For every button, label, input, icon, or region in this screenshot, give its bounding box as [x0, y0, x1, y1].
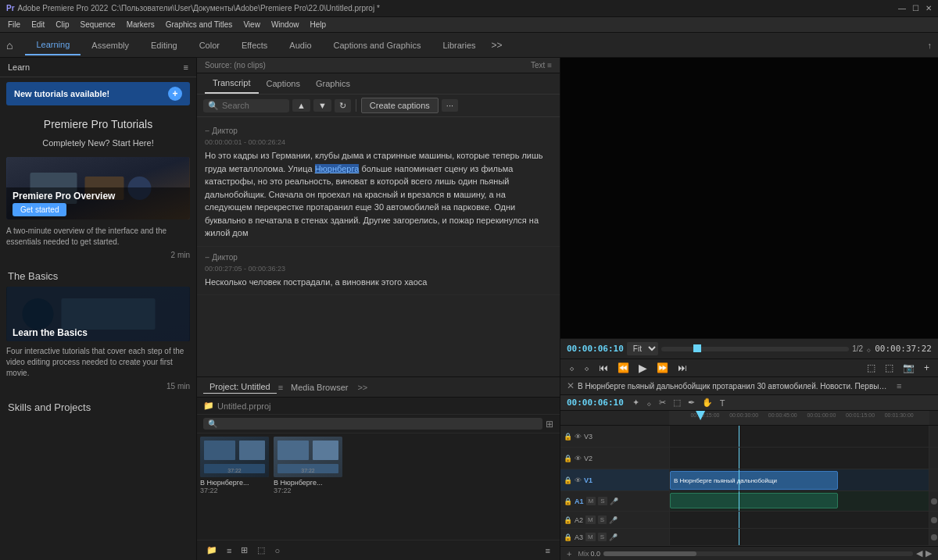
- text-tool[interactable]: T: [718, 397, 728, 408]
- tab-graphics[interactable]: Graphics: [308, 74, 358, 93]
- timeline-menu-icon[interactable]: ≡: [897, 381, 901, 391]
- workspace-more[interactable]: >>: [487, 40, 507, 51]
- tab-project[interactable]: Project: Untitled: [203, 380, 277, 394]
- search-box[interactable]: 🔍: [203, 99, 289, 112]
- window-controls[interactable]: — ☐ ✕: [898, 4, 932, 12]
- project-search-inner[interactable]: 🔍: [203, 418, 542, 430]
- menu-help[interactable]: Help: [305, 20, 331, 29]
- overview-card[interactable]: Premiere Pro Overview Get started: [6, 157, 190, 219]
- clip-item-1[interactable]: 37:22 В Нюрнберге... 37:22: [200, 437, 269, 496]
- eye-icon-v2[interactable]: 👁: [575, 455, 582, 462]
- camera-button[interactable]: 📷: [900, 362, 917, 374]
- sort-button[interactable]: ○: [271, 544, 283, 557]
- solo-button-a2[interactable]: S: [598, 515, 607, 524]
- lock-icon-v1[interactable]: 🔒: [564, 476, 572, 484]
- preview-scrubber[interactable]: [661, 347, 849, 351]
- speaker-dots-icon[interactable]: ···: [205, 127, 209, 135]
- lock-icon-v3[interactable]: 🔒: [564, 433, 572, 441]
- new-tutorials-banner[interactable]: New tutorials available! +: [6, 82, 190, 105]
- tab-color[interactable]: Color: [188, 36, 231, 55]
- tab-audio[interactable]: Audio: [278, 36, 322, 55]
- menu-markers[interactable]: Markers: [122, 20, 159, 29]
- timeline-close-icon[interactable]: ✕: [567, 380, 575, 391]
- tab-learning[interactable]: Learning: [25, 35, 81, 55]
- clip-item-2[interactable]: 37:22 В Нюрнберге... 37:22: [274, 437, 342, 496]
- tab-assembly[interactable]: Assembly: [81, 36, 140, 55]
- timeline-scroll-thumb[interactable]: [603, 551, 696, 556]
- menu-window[interactable]: Window: [267, 20, 304, 29]
- tab-media-browser[interactable]: Media Browser: [285, 381, 354, 394]
- more-options-button[interactable]: ···: [442, 99, 458, 112]
- more-preview-options[interactable]: +: [922, 362, 932, 374]
- solo-button-a1[interactable]: S: [598, 497, 607, 505]
- play-button[interactable]: ▶: [636, 361, 650, 375]
- menu-graphics[interactable]: Graphics and Titles: [161, 20, 238, 29]
- eye-icon-v3[interactable]: 👁: [575, 433, 582, 441]
- menu-sequence[interactable]: Sequence: [76, 20, 120, 29]
- menu-file[interactable]: File: [3, 20, 25, 29]
- home-button[interactable]: ⌂: [6, 39, 13, 52]
- tab-captions[interactable]: Captions: [259, 74, 308, 93]
- insert-button[interactable]: ⬚: [865, 362, 878, 374]
- menu-view[interactable]: View: [238, 20, 265, 29]
- hand-tool[interactable]: ✋: [700, 397, 715, 408]
- menu-edit[interactable]: Edit: [27, 20, 49, 29]
- lock-icon-a3[interactable]: 🔒: [564, 533, 572, 541]
- project-more-icon[interactable]: >>: [357, 383, 367, 392]
- list-view-button[interactable]: ≡: [224, 544, 234, 557]
- timeline-nav-right[interactable]: ▶: [925, 548, 932, 558]
- mark-in-button[interactable]: ⬦: [567, 362, 577, 374]
- timeline-scrollbar[interactable]: [603, 551, 913, 556]
- step-forward-button[interactable]: ⏩: [654, 362, 671, 374]
- mute-button-a2[interactable]: M: [585, 515, 596, 524]
- go-to-out-button[interactable]: ⏭: [675, 362, 689, 374]
- selection-tool[interactable]: ✦: [630, 397, 642, 408]
- lock-icon-a1[interactable]: 🔒: [564, 498, 572, 505]
- share-button[interactable]: ↑: [928, 41, 933, 50]
- audio-clip-a1[interactable]: [670, 493, 838, 508]
- scroll-up-button[interactable]: ▲: [292, 99, 310, 112]
- project-settings-button[interactable]: ≡: [542, 544, 553, 557]
- mark-out-button[interactable]: ⬦: [582, 362, 592, 374]
- create-captions-button[interactable]: Create captions: [361, 98, 439, 113]
- timeline-nav-left[interactable]: ◀: [916, 548, 922, 558]
- menu-clip[interactable]: Clip: [51, 20, 73, 29]
- go-to-in-button[interactable]: ⏮: [596, 362, 610, 374]
- pen-tool[interactable]: ✒: [686, 397, 697, 408]
- project-view-button[interactable]: ⊞: [546, 419, 553, 430]
- tab-transcript[interactable]: Transcript: [205, 73, 259, 94]
- new-tutorials-plus-icon[interactable]: +: [168, 87, 182, 101]
- lock-icon-v2[interactable]: 🔒: [564, 455, 572, 462]
- solo-button-a3[interactable]: S: [598, 533, 607, 541]
- text-menu[interactable]: Text ≡: [531, 61, 552, 70]
- mute-button-a1[interactable]: M: [586, 497, 596, 505]
- fit-dropdown[interactable]: Fit: [627, 342, 658, 355]
- freeform-view-button[interactable]: ⬚: [254, 544, 268, 557]
- step-back-button[interactable]: ⏪: [615, 362, 632, 374]
- scroll-down-button[interactable]: ▼: [313, 99, 331, 112]
- learn-menu-icon[interactable]: ≡: [184, 62, 188, 72]
- minimize-button[interactable]: —: [898, 4, 906, 12]
- tab-effects[interactable]: Effects: [231, 36, 278, 55]
- ripple-tool[interactable]: ⬦: [644, 397, 654, 408]
- new-bin-button[interactable]: 📁: [203, 544, 220, 557]
- speaker-dots-icon-2[interactable]: ···: [205, 253, 209, 262]
- project-search-input[interactable]: [220, 419, 538, 428]
- icon-view-button[interactable]: ⊞: [238, 544, 251, 557]
- mute-button-a3[interactable]: M: [585, 533, 596, 541]
- get-started-button[interactable]: Get started: [13, 203, 66, 216]
- highlighted-word[interactable]: Нюрнберга: [315, 164, 360, 173]
- learn-basics-card[interactable]: Learn the Basics: [6, 287, 190, 341]
- video-clip-v1[interactable]: В Нюрнберге пьяный дальнобойщи: [670, 471, 838, 490]
- close-button[interactable]: ✕: [925, 4, 932, 12]
- tab-editing[interactable]: Editing: [140, 36, 188, 55]
- refresh-button[interactable]: ↻: [335, 99, 351, 112]
- razor-tool[interactable]: ✂: [657, 397, 668, 408]
- eye-icon-v1[interactable]: 👁: [575, 476, 582, 484]
- maximize-button[interactable]: ☐: [912, 4, 919, 12]
- search-input[interactable]: [222, 101, 285, 110]
- add-track-button[interactable]: +: [567, 549, 571, 558]
- overwrite-button[interactable]: ⬚: [883, 362, 896, 374]
- tab-libraries[interactable]: Libraries: [431, 36, 486, 55]
- tab-captions[interactable]: Captions and Graphics: [323, 36, 432, 55]
